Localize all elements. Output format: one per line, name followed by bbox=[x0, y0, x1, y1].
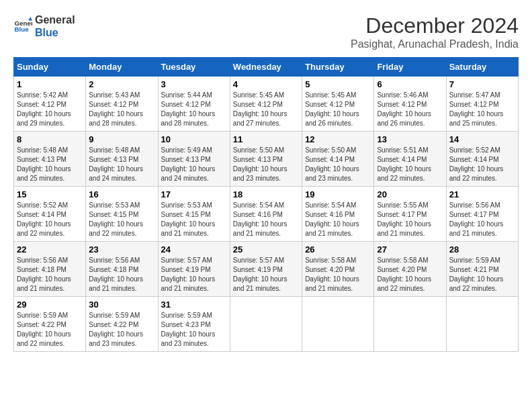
calendar-cell: 23Sunrise: 5:56 AMSunset: 4:18 PMDayligh… bbox=[86, 242, 158, 297]
day-number: 12 bbox=[305, 134, 371, 144]
logo: General Blue General Blue bbox=[13, 13, 75, 39]
day-info: Sunrise: 5:59 AMSunset: 4:21 PMDaylight:… bbox=[449, 256, 515, 293]
day-number: 3 bbox=[161, 79, 227, 89]
title-section: December 2024 Pasighat, Arunachal Prades… bbox=[351, 13, 519, 50]
calendar-cell: 2Sunrise: 5:43 AMSunset: 4:12 PMDaylight… bbox=[86, 77, 158, 132]
calendar-cell bbox=[446, 297, 518, 352]
calendar-cell: 25Sunrise: 5:57 AMSunset: 4:19 PMDayligh… bbox=[230, 242, 302, 297]
day-info: Sunrise: 5:49 AMSunset: 4:13 PMDaylight:… bbox=[161, 146, 227, 183]
day-number: 1 bbox=[17, 79, 83, 89]
calendar-cell: 18Sunrise: 5:54 AMSunset: 4:16 PMDayligh… bbox=[230, 187, 302, 242]
calendar-cell: 9Sunrise: 5:48 AMSunset: 4:13 PMDaylight… bbox=[86, 132, 158, 187]
day-number: 26 bbox=[305, 244, 371, 255]
day-number: 25 bbox=[233, 244, 299, 255]
day-number: 7 bbox=[449, 79, 515, 89]
calendar-cell: 21Sunrise: 5:56 AMSunset: 4:17 PMDayligh… bbox=[446, 187, 518, 242]
calendar-cell: 3Sunrise: 5:44 AMSunset: 4:12 PMDaylight… bbox=[158, 77, 230, 132]
calendar-cell: 4Sunrise: 5:45 AMSunset: 4:12 PMDaylight… bbox=[230, 77, 302, 132]
day-info: Sunrise: 5:43 AMSunset: 4:12 PMDaylight:… bbox=[89, 91, 154, 128]
calendar-week-4: 22Sunrise: 5:56 AMSunset: 4:18 PMDayligh… bbox=[14, 242, 519, 297]
day-number: 2 bbox=[89, 79, 154, 89]
day-number: 29 bbox=[17, 300, 83, 310]
col-header-thursday: Thursday bbox=[302, 58, 374, 77]
day-info: Sunrise: 5:57 AMSunset: 4:19 PMDaylight:… bbox=[233, 256, 299, 293]
day-info: Sunrise: 5:42 AMSunset: 4:12 PMDaylight:… bbox=[17, 91, 83, 128]
calendar-cell: 31Sunrise: 5:59 AMSunset: 4:23 PMDayligh… bbox=[158, 297, 230, 352]
day-number: 24 bbox=[161, 244, 227, 255]
col-header-friday: Friday bbox=[374, 58, 446, 77]
day-info: Sunrise: 5:51 AMSunset: 4:14 PMDaylight:… bbox=[377, 146, 443, 183]
calendar-cell: 6Sunrise: 5:46 AMSunset: 4:12 PMDaylight… bbox=[374, 77, 446, 132]
day-number: 11 bbox=[233, 134, 299, 144]
logo-text-line2: Blue bbox=[35, 26, 75, 39]
col-header-saturday: Saturday bbox=[446, 58, 518, 77]
day-number: 14 bbox=[449, 134, 515, 144]
calendar-cell: 8Sunrise: 5:48 AMSunset: 4:13 PMDaylight… bbox=[14, 132, 86, 187]
calendar-week-3: 15Sunrise: 5:52 AMSunset: 4:14 PMDayligh… bbox=[14, 187, 519, 242]
day-info: Sunrise: 5:59 AMSunset: 4:22 PMDaylight:… bbox=[17, 311, 83, 349]
page-header: General Blue General Blue December 2024 … bbox=[13, 13, 519, 50]
col-header-wednesday: Wednesday bbox=[230, 58, 302, 77]
calendar-week-2: 8Sunrise: 5:48 AMSunset: 4:13 PMDaylight… bbox=[14, 132, 519, 187]
calendar-cell: 30Sunrise: 5:59 AMSunset: 4:22 PMDayligh… bbox=[86, 297, 158, 352]
calendar-cell: 19Sunrise: 5:54 AMSunset: 4:16 PMDayligh… bbox=[302, 187, 374, 242]
calendar-cell: 1Sunrise: 5:42 AMSunset: 4:12 PMDaylight… bbox=[14, 77, 86, 132]
day-number: 17 bbox=[161, 189, 227, 199]
calendar-cell: 22Sunrise: 5:56 AMSunset: 4:18 PMDayligh… bbox=[14, 242, 86, 297]
day-info: Sunrise: 5:48 AMSunset: 4:13 PMDaylight:… bbox=[89, 146, 154, 183]
calendar-cell bbox=[374, 297, 446, 352]
calendar-cell: 28Sunrise: 5:59 AMSunset: 4:21 PMDayligh… bbox=[446, 242, 518, 297]
calendar-cell: 29Sunrise: 5:59 AMSunset: 4:22 PMDayligh… bbox=[14, 297, 86, 352]
day-info: Sunrise: 5:59 AMSunset: 4:23 PMDaylight:… bbox=[161, 311, 227, 349]
calendar-subtitle: Pasighat, Arunachal Pradesh, India bbox=[351, 38, 519, 50]
day-info: Sunrise: 5:56 AMSunset: 4:17 PMDaylight:… bbox=[449, 201, 515, 238]
day-info: Sunrise: 5:58 AMSunset: 4:20 PMDaylight:… bbox=[305, 256, 371, 293]
day-number: 18 bbox=[233, 189, 299, 199]
day-number: 8 bbox=[17, 134, 83, 144]
day-number: 23 bbox=[89, 244, 154, 255]
calendar-cell bbox=[230, 297, 302, 352]
day-number: 19 bbox=[305, 189, 371, 199]
day-number: 4 bbox=[233, 79, 299, 89]
day-info: Sunrise: 5:46 AMSunset: 4:12 PMDaylight:… bbox=[377, 91, 443, 128]
day-info: Sunrise: 5:44 AMSunset: 4:12 PMDaylight:… bbox=[161, 91, 227, 128]
day-number: 31 bbox=[161, 300, 227, 310]
day-info: Sunrise: 5:56 AMSunset: 4:18 PMDaylight:… bbox=[17, 256, 83, 293]
day-info: Sunrise: 5:55 AMSunset: 4:17 PMDaylight:… bbox=[377, 201, 443, 238]
day-info: Sunrise: 5:50 AMSunset: 4:13 PMDaylight:… bbox=[233, 146, 299, 183]
day-number: 6 bbox=[377, 79, 443, 89]
day-number: 5 bbox=[305, 79, 371, 89]
col-header-monday: Monday bbox=[86, 58, 158, 77]
calendar-header-row: SundayMondayTuesdayWednesdayThursdayFrid… bbox=[14, 58, 519, 77]
svg-text:Blue: Blue bbox=[14, 26, 29, 34]
calendar-cell: 17Sunrise: 5:53 AMSunset: 4:15 PMDayligh… bbox=[158, 187, 230, 242]
calendar-cell: 20Sunrise: 5:55 AMSunset: 4:17 PMDayligh… bbox=[374, 187, 446, 242]
day-number: 10 bbox=[161, 134, 227, 144]
calendar-cell: 14Sunrise: 5:52 AMSunset: 4:14 PMDayligh… bbox=[446, 132, 518, 187]
day-info: Sunrise: 5:52 AMSunset: 4:14 PMDaylight:… bbox=[17, 201, 83, 238]
day-number: 20 bbox=[377, 189, 443, 199]
day-info: Sunrise: 5:48 AMSunset: 4:13 PMDaylight:… bbox=[17, 146, 83, 183]
day-number: 16 bbox=[89, 189, 154, 199]
day-info: Sunrise: 5:58 AMSunset: 4:20 PMDaylight:… bbox=[377, 256, 443, 293]
logo-text-line1: General bbox=[35, 13, 75, 26]
calendar-title: December 2024 bbox=[351, 13, 519, 38]
col-header-tuesday: Tuesday bbox=[158, 58, 230, 77]
day-info: Sunrise: 5:57 AMSunset: 4:19 PMDaylight:… bbox=[161, 256, 227, 293]
calendar-cell: 26Sunrise: 5:58 AMSunset: 4:20 PMDayligh… bbox=[302, 242, 374, 297]
logo-icon: General Blue bbox=[13, 17, 32, 36]
calendar-cell: 10Sunrise: 5:49 AMSunset: 4:13 PMDayligh… bbox=[158, 132, 230, 187]
day-number: 30 bbox=[89, 300, 154, 310]
day-info: Sunrise: 5:54 AMSunset: 4:16 PMDaylight:… bbox=[233, 201, 299, 238]
day-number: 15 bbox=[17, 189, 83, 199]
day-info: Sunrise: 5:53 AMSunset: 4:15 PMDaylight:… bbox=[161, 201, 227, 238]
calendar-cell: 11Sunrise: 5:50 AMSunset: 4:13 PMDayligh… bbox=[230, 132, 302, 187]
day-info: Sunrise: 5:54 AMSunset: 4:16 PMDaylight:… bbox=[305, 201, 371, 238]
calendar-cell: 15Sunrise: 5:52 AMSunset: 4:14 PMDayligh… bbox=[14, 187, 86, 242]
calendar-cell: 12Sunrise: 5:50 AMSunset: 4:14 PMDayligh… bbox=[302, 132, 374, 187]
day-number: 13 bbox=[377, 134, 443, 144]
day-number: 21 bbox=[449, 189, 515, 199]
day-number: 22 bbox=[17, 244, 83, 255]
calendar-week-1: 1Sunrise: 5:42 AMSunset: 4:12 PMDaylight… bbox=[14, 77, 519, 132]
calendar-cell: 5Sunrise: 5:45 AMSunset: 4:12 PMDaylight… bbox=[302, 77, 374, 132]
